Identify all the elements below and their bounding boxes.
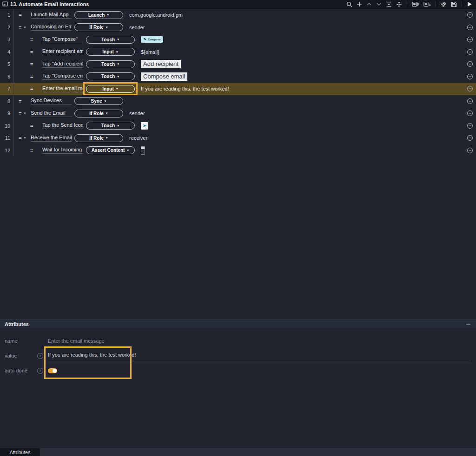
move-down-button[interactable] <box>376 1 382 7</box>
handle-area: = <box>19 98 31 104</box>
step-row[interactable]: 5 = Tap "Add recipient" Touch ▼ Add reci… <box>0 58 476 71</box>
remove-step-button[interactable] <box>467 85 473 92</box>
action-type-dropdown[interactable]: Touch ▼ <box>86 60 135 68</box>
remove-step-button[interactable] <box>467 36 473 43</box>
drag-handle-icon[interactable]: = <box>19 98 21 104</box>
expand-all-button[interactable] <box>396 1 402 7</box>
step-row[interactable]: 8 = Sync Devices Sync ▼ <box>0 95 476 108</box>
action-type-dropdown[interactable]: Touch ▼ <box>86 72 135 80</box>
handle-area: = <box>30 74 42 79</box>
search-button[interactable] <box>346 1 352 7</box>
step-row[interactable]: 4 = Enter recipient email Input ▼ ${emai… <box>0 46 476 59</box>
drag-handle-icon[interactable]: = <box>30 123 33 129</box>
step-name-input[interactable]: Composing an Email <box>31 24 72 31</box>
drag-handle-icon[interactable]: = <box>19 25 21 30</box>
add-step-button[interactable] <box>357 1 362 7</box>
step-name-input[interactable]: Tap "Compose" <box>42 36 83 43</box>
panel-compare-right-button[interactable] <box>423 1 431 7</box>
drag-handle-icon[interactable]: = <box>19 12 21 18</box>
action-type-dropdown[interactable]: Assert Content ▼ <box>86 146 135 154</box>
step-row[interactable]: 3 = Tap "Compose" Touch ▼ ✎Compose <box>0 33 476 46</box>
drag-handle-icon[interactable]: = <box>30 37 33 42</box>
drag-handle-icon[interactable]: = <box>30 61 33 67</box>
save-button[interactable] <box>451 1 457 7</box>
step-name-input[interactable]: Tap "Compose email <box>42 73 83 80</box>
action-type-dropdown[interactable]: Input ▼ <box>86 85 135 93</box>
step-row[interactable]: 7 = Enter the email mess Input ▼ If you … <box>0 83 476 95</box>
step-name-input[interactable]: Enter recipient email <box>42 48 83 55</box>
tab-attributes[interactable]: Attributes <box>0 448 40 456</box>
help-icon[interactable]: ? <box>37 368 43 374</box>
attribute-label: name <box>5 338 37 344</box>
action-type-label: If Role <box>89 25 104 30</box>
action-type-label: Touch <box>101 74 115 79</box>
collapse-all-button[interactable] <box>386 1 392 7</box>
run-button[interactable] <box>467 1 472 7</box>
remove-step-button[interactable] <box>467 61 473 67</box>
remove-circle-icon <box>467 123 473 129</box>
move-up-button[interactable] <box>366 1 372 7</box>
step-name-input[interactable]: Sync Devices <box>31 98 72 104</box>
step-value-text: sender <box>129 111 145 116</box>
value-input-field[interactable]: If you are reading this, the test worked… <box>48 350 471 361</box>
collapse-caret-icon[interactable]: ▼ <box>23 137 26 139</box>
remove-step-button[interactable] <box>467 73 473 80</box>
remove-step-button[interactable] <box>467 98 473 104</box>
step-row[interactable]: 2 = ▼ Composing an Email If Role ▼ sende… <box>0 21 476 34</box>
step-name-input[interactable]: Wait for Incoming Em <box>42 147 83 154</box>
remove-circle-icon <box>467 98 473 104</box>
step-row[interactable]: 6 = Tap "Compose email Touch ▼ Compose e… <box>0 71 476 83</box>
step-row[interactable]: 12 = Wait for Incoming Em Assert Content… <box>0 144 476 157</box>
collapse-caret-icon[interactable]: ▼ <box>23 26 26 29</box>
action-type-dropdown[interactable]: If Role ▼ <box>74 23 123 31</box>
remove-step-button[interactable] <box>467 110 473 117</box>
settings-button[interactable] <box>441 1 447 7</box>
remove-step-button[interactable] <box>467 49 473 55</box>
drag-handle-icon[interactable]: = <box>19 111 21 116</box>
drag-handle-icon[interactable]: = <box>30 86 33 91</box>
step-row[interactable]: 10 = Tap the Send Icon Touch ▼ ➤ <box>0 120 476 132</box>
auto-done-toggle[interactable] <box>48 368 57 373</box>
gear-icon <box>441 1 447 7</box>
action-type-dropdown[interactable]: If Role ▼ <box>74 110 123 117</box>
action-type-label: Touch <box>101 62 115 67</box>
remove-step-button[interactable] <box>467 12 473 18</box>
attribute-row-auto-done: auto done ? <box>0 363 476 378</box>
action-type-dropdown[interactable]: Input ▼ <box>86 48 135 56</box>
step-name-input[interactable]: Launch Mail App <box>31 12 72 19</box>
step-number: 10 <box>0 120 14 132</box>
step-row[interactable]: 1 = Launch Mail App Launch ▼ com.google.… <box>0 9 476 21</box>
handle-area: = ▼ <box>19 111 31 116</box>
drag-handle-icon[interactable]: = <box>30 74 33 79</box>
attributes-panel-title: Attributes <box>5 321 29 327</box>
drag-handle-icon[interactable]: = <box>30 148 33 153</box>
step-name-input[interactable]: Receive the Email <box>31 135 72 142</box>
step-row[interactable]: 9 = ▼ Send the Email If Role ▼ sender <box>0 107 476 120</box>
step-row[interactable]: 11 = ▼ Receive the Email If Role ▼ recei… <box>0 132 476 144</box>
panel-compare-left-button[interactable] <box>412 1 419 7</box>
attribute-label: value <box>5 353 37 358</box>
step-value-text: ${email} <box>141 49 159 55</box>
remove-step-button[interactable] <box>467 123 473 129</box>
step-name-input[interactable]: Tap the Send Icon <box>42 122 83 129</box>
action-type-dropdown[interactable]: If Role ▼ <box>74 134 123 142</box>
step-name-input[interactable]: Send the Email <box>31 110 72 117</box>
action-type-dropdown[interactable]: Sync ▼ <box>74 97 123 105</box>
attribute-row-name: name Enter the email message <box>0 333 476 348</box>
remove-step-button[interactable] <box>467 147 473 154</box>
collapse-all-icon <box>386 1 392 7</box>
step-number: 4 <box>0 46 14 59</box>
remove-step-button[interactable] <box>467 135 473 141</box>
step-name-input[interactable]: Enter the email mess <box>42 85 83 92</box>
collapse-panel-button[interactable] <box>466 324 470 325</box>
collapse-caret-icon[interactable]: ▼ <box>23 112 26 115</box>
action-type-dropdown[interactable]: Touch ▼ <box>86 36 135 44</box>
step-name-input[interactable]: Tap "Add recipient" <box>42 61 83 68</box>
action-type-dropdown[interactable]: Touch ▼ <box>86 122 135 130</box>
action-type-dropdown[interactable]: Launch ▼ <box>74 11 123 19</box>
help-icon[interactable]: ? <box>37 353 43 359</box>
drag-handle-icon[interactable]: = <box>19 135 21 141</box>
remove-step-button[interactable] <box>467 24 473 31</box>
drag-handle-icon[interactable]: = <box>30 49 33 55</box>
chevron-down-icon <box>376 1 382 7</box>
